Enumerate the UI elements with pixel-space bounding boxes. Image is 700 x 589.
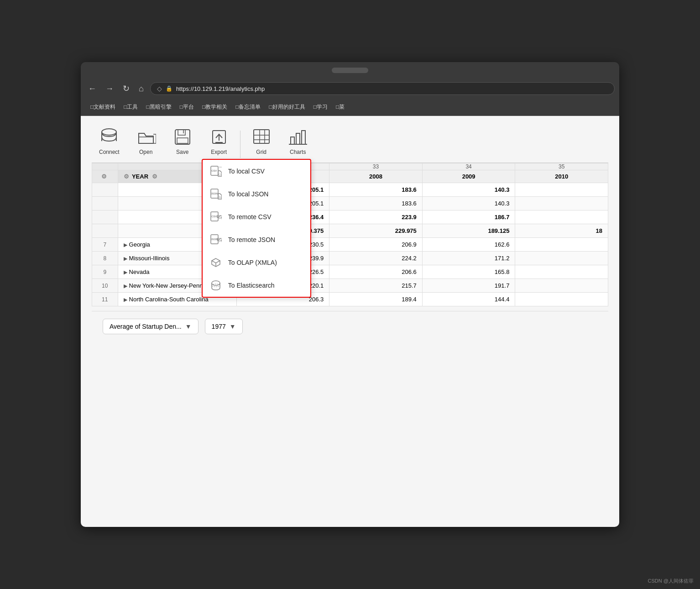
connect-button[interactable]: Connect	[92, 124, 127, 158]
back-button[interactable]: ←	[85, 82, 99, 95]
url-text: https://10.129.1.219/analytics.php	[176, 85, 265, 92]
export-to-remote-json[interactable]: JSON To remote JSON	[203, 228, 310, 251]
csv-local-icon: CSV CSV	[209, 164, 223, 178]
expand-arrow-icon[interactable]: ▶	[124, 283, 127, 289]
connect-label: Connect	[99, 149, 120, 155]
measure-label: Average of Startup Den...	[110, 323, 182, 330]
export-to-local-csv[interactable]: CSV CSV To local CSV	[203, 160, 310, 183]
expand-arrow-icon[interactable]: ▶	[124, 269, 127, 275]
connect-icon	[99, 127, 119, 147]
svg-text:CSV: CSV	[219, 173, 222, 176]
title-bar	[81, 62, 619, 79]
watermark: CSDN @人间体佐菲	[648, 578, 694, 584]
grid-button[interactable]: Grid	[244, 124, 279, 158]
charts-button[interactable]: Charts	[281, 124, 315, 158]
year-header-row: ⚙ ⚙ YEAR ⚙ 2007 2008 2009 2010	[92, 170, 608, 183]
bookmark-8[interactable]: □菜	[333, 102, 348, 112]
year-2009: 2009	[422, 170, 515, 183]
table-row: 10▶New York-New Jersey-Pennsylvania220.1…	[92, 279, 608, 293]
table-row: 9▶Nevada226.5206.6165.8	[92, 265, 608, 279]
export-button[interactable]: Export	[202, 124, 236, 158]
toolbar: Connect Open	[92, 124, 608, 163]
data-cell	[515, 238, 608, 252]
export-to-local-json[interactable]: JSON JSON To local JSON	[203, 183, 310, 205]
charts-icon	[288, 127, 308, 147]
bookmark-7[interactable]: □学习	[310, 102, 331, 112]
data-cell: 189.125	[422, 224, 515, 238]
measure-dropdown[interactable]: Average of Startup Den... ▼	[103, 319, 199, 334]
data-cell: 224.2	[329, 252, 423, 265]
save-label: Save	[176, 149, 188, 155]
data-cell: 165.8	[422, 265, 515, 279]
svg-text:CSV: CSV	[211, 169, 217, 172]
row-num-cell: 9	[92, 265, 118, 279]
export-olap-label: To OLAP (XMLA)	[228, 259, 277, 266]
svg-text:CSV: CSV	[211, 215, 217, 218]
grid-label: Grid	[256, 149, 266, 155]
gear-cell-1[interactable]: ⚙	[92, 170, 118, 183]
open-button[interactable]: Open	[129, 124, 163, 158]
bookmark-6[interactable]: □好用的好工具	[266, 102, 308, 112]
reload-button[interactable]: ↻	[120, 82, 132, 95]
gear-icon-year: ⚙	[124, 173, 129, 180]
bookmark-1[interactable]: □工具	[120, 102, 141, 112]
open-label: Open	[139, 149, 152, 155]
data-cell: 144.4	[422, 293, 515, 306]
toolbar-divider	[240, 131, 240, 158]
svg-rect-32	[296, 133, 300, 144]
save-icon	[172, 127, 193, 147]
table-row: 260.375229.975189.12518	[92, 224, 608, 238]
data-cell: 18	[515, 224, 608, 238]
svg-text:JSON: JSON	[218, 196, 222, 199]
col-number-row: 32 33 34 35	[92, 163, 608, 170]
svg-point-24	[212, 281, 220, 285]
expand-arrow-icon[interactable]: ▶	[124, 242, 127, 248]
data-cell: 189.4	[329, 293, 423, 306]
svg-text:JSON: JSON	[211, 192, 218, 195]
data-cell: 229.975	[329, 224, 423, 238]
row-num-cell: 10	[92, 279, 118, 293]
table-row: 205.1183.6140.3	[92, 183, 608, 197]
data-cell: 140.3	[422, 183, 515, 197]
nav-bar: ← → ↻ ⌂ ◇ 🔒 https://10.129.1.219/analyti…	[81, 79, 619, 99]
export-remote-json-label: To remote JSON	[228, 236, 275, 243]
col-num-empty-1	[92, 163, 118, 170]
bookmark-4[interactable]: □教学相关	[199, 102, 230, 112]
toolbar-right-group: Grid Charts	[244, 124, 315, 158]
data-cell	[515, 197, 608, 210]
data-cell: 206.6	[329, 265, 423, 279]
year-dropdown[interactable]: 1977 ▼	[205, 319, 243, 334]
open-icon	[136, 127, 156, 147]
shield-icon: ◇	[157, 85, 162, 92]
data-cell: 162.6	[422, 238, 515, 252]
toolbar-left-group: Connect Open	[92, 124, 236, 158]
bookmark-3[interactable]: □平台	[177, 102, 197, 112]
table-row: 236.4223.9186.7	[92, 210, 608, 224]
export-to-elasticsearch[interactable]: To Elasticsearch	[203, 274, 310, 297]
row-num-cell	[92, 210, 118, 224]
save-button[interactable]: Save	[165, 124, 200, 158]
gear-icon-left: ⚙	[101, 173, 107, 180]
col-num-34: 34	[422, 163, 515, 170]
table-row: 11▶North Carolina-South Carolina206.3189…	[92, 293, 608, 306]
export-local-csv-label: To local CSV	[228, 168, 265, 175]
home-button[interactable]: ⌂	[136, 82, 146, 95]
export-to-olap[interactable]: To OLAP (XMLA)	[203, 251, 310, 274]
bookmark-5[interactable]: □备忘清单	[232, 102, 264, 112]
forward-button[interactable]: →	[103, 82, 116, 95]
row-num-cell	[92, 197, 118, 210]
data-cell: 215.7	[329, 279, 423, 293]
export-to-remote-csv[interactable]: CSV To remote CSV	[203, 205, 310, 228]
expand-arrow-icon[interactable]: ▶	[124, 256, 127, 262]
bookmark-2[interactable]: □黑暗引擎	[143, 102, 175, 112]
col-num-35: 35	[515, 163, 608, 170]
elasticsearch-icon	[209, 279, 223, 292]
gear-icon-year-right: ⚙	[152, 173, 157, 180]
address-bar[interactable]: ◇ 🔒 https://10.129.1.219/analytics.php	[150, 82, 615, 95]
expand-arrow-icon[interactable]: ▶	[124, 297, 127, 303]
data-cell: 140.3	[422, 197, 515, 210]
data-cell	[515, 265, 608, 279]
bookmark-0[interactable]: □文献资料	[87, 102, 119, 112]
charts-label: Charts	[290, 149, 306, 155]
table-container: 32 33 34 35 ⚙ ⚙ YEAR ⚙	[92, 163, 608, 306]
